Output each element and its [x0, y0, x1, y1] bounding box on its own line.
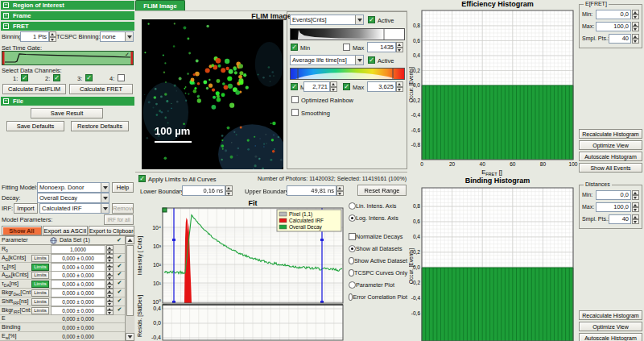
- chevron-down-icon[interactable]: [101, 204, 109, 213]
- decay-select[interactable]: Overall Decay: [37, 193, 109, 203]
- limits-button[interactable]: Limits: [31, 281, 49, 288]
- radio-button[interactable]: [349, 245, 356, 252]
- fitting-model-select[interactable]: Monoexp. Donor: [37, 182, 109, 193]
- chevron-down-icon[interactable]: [355, 15, 363, 24]
- radio-button[interactable]: [349, 281, 356, 289]
- row-check-icon[interactable]: ✔: [115, 280, 124, 286]
- row-check-icon[interactable]: ✔: [115, 263, 124, 269]
- row-check-icon[interactable]: ✔: [115, 271, 124, 277]
- intensity-channel-select[interactable]: Events[Cnts]: [290, 15, 364, 25]
- group-field-input[interactable]: 40: [609, 214, 631, 224]
- calculate-fastflim-button[interactable]: Calculate FastFLIM: [2, 84, 66, 94]
- section-header-frame[interactable]: −Frame: [1, 11, 134, 20]
- lower-boundary-input[interactable]: 0,16 ns: [182, 185, 225, 196]
- calculate-fret-button[interactable]: Calculate FRET: [69, 84, 133, 94]
- optimized-rainbow-checkbox[interactable]: [291, 96, 299, 103]
- irf-import-button[interactable]: Import: [14, 203, 38, 214]
- limits-button[interactable]: Limits: [31, 289, 49, 297]
- apply-limits-checkbox[interactable]: ✓: [138, 175, 146, 182]
- radio-button[interactable]: [349, 257, 354, 264]
- group-field-spinner[interactable]: [632, 190, 639, 200]
- group-field-spinner[interactable]: [632, 10, 639, 19]
- group-field-input[interactable]: 0,0: [596, 190, 631, 200]
- flim-image-view[interactable]: [142, 19, 283, 169]
- channel-checkbox[interactable]: [118, 74, 125, 81]
- group-field-input[interactable]: 0,0: [596, 10, 631, 19]
- parameter-value[interactable]: 0,000 ± 0,000: [51, 280, 105, 289]
- collapse-icon[interactable]: −: [3, 13, 9, 19]
- parameter-value[interactable]: 0,000 ± 0,000: [51, 306, 105, 315]
- histogram-action-button[interactable]: Recalculate Histogram: [579, 129, 642, 139]
- section-header-file[interactable]: −File: [1, 97, 134, 106]
- scroll-down-button[interactable]: [126, 333, 134, 341]
- channel-checkbox[interactable]: ✓: [21, 74, 28, 81]
- chevron-down-icon[interactable]: [101, 183, 109, 192]
- parameter-spinner[interactable]: [106, 289, 114, 297]
- export-clipboard-button[interactable]: Export to Clipboard: [89, 226, 134, 235]
- lifetime-active-checkbox[interactable]: ✓: [368, 56, 375, 64]
- lower-boundary-spinner[interactable]: [225, 185, 233, 196]
- export-ascii-button[interactable]: Export as ASCII: [43, 226, 88, 235]
- irf-select[interactable]: Calculated IRF: [39, 203, 109, 214]
- save-defaults-button[interactable]: Save Defaults: [6, 121, 64, 131]
- parameter-spinner[interactable]: [106, 245, 114, 254]
- collapse-icon[interactable]: −: [3, 98, 9, 104]
- table-scrollbar[interactable]: [125, 236, 134, 341]
- parameter-value[interactable]: 1,0000: [51, 245, 105, 254]
- lifetime-max-spinner[interactable]: [396, 81, 403, 92]
- parameter-value[interactable]: 0,000 ± 0,000: [51, 263, 105, 272]
- group-field-spinner[interactable]: [632, 202, 639, 212]
- limits-button[interactable]: Limits: [31, 264, 49, 271]
- parameter-value[interactable]: 0,000 ± 0,000: [51, 297, 105, 306]
- collapse-icon[interactable]: −: [3, 2, 9, 8]
- row-check-icon[interactable]: ✔: [115, 254, 124, 260]
- lifetime-max-input[interactable]: 3,625: [367, 81, 396, 92]
- limits-button[interactable]: Limits: [31, 307, 49, 314]
- histogram-action-button[interactable]: Autoscale Histogram: [579, 152, 642, 161]
- parameter-spinner[interactable]: [106, 280, 114, 289]
- lifetime-min-checkbox[interactable]: ✓: [291, 83, 298, 90]
- intensity-min-checkbox[interactable]: ✓: [291, 44, 298, 51]
- smoothing-checkbox[interactable]: [291, 109, 299, 116]
- scroll-up-button[interactable]: [126, 236, 134, 244]
- chevron-down-icon[interactable]: [125, 32, 133, 41]
- parameter-spinner[interactable]: [106, 306, 114, 315]
- radio-button[interactable]: [349, 202, 356, 210]
- intensity-max-input[interactable]: 1435: [367, 42, 396, 52]
- restore-defaults-button[interactable]: Restore Defaults: [71, 121, 129, 131]
- row-check-icon[interactable]: ✔: [115, 289, 124, 295]
- radio-button[interactable]: [349, 269, 354, 277]
- lifetime-min-input[interactable]: 2,721: [303, 81, 330, 92]
- parameter-value[interactable]: 0,000 ± 0,000: [51, 254, 105, 263]
- intensity-colormap-bar[interactable]: [290, 28, 405, 40]
- chevron-down-icon[interactable]: [101, 193, 109, 202]
- lifetime-max-checkbox[interactable]: ✓: [343, 83, 350, 90]
- limits-button[interactable]: Limits: [31, 272, 49, 279]
- row-check-icon[interactable]: ✔: [115, 297, 124, 304]
- help-button[interactable]: Help: [112, 182, 134, 193]
- collapse-icon[interactable]: −: [3, 23, 9, 29]
- group-field-input[interactable]: 100,0: [596, 22, 631, 31]
- tab-flim-image[interactable]: FLIM Image: [135, 0, 185, 10]
- chevron-down-icon[interactable]: [355, 56, 363, 64]
- time-gate-plot[interactable]: ✓: [2, 51, 134, 65]
- lifetime-min-spinner[interactable]: [330, 81, 337, 92]
- column-header-dataset[interactable]: Data Set (1): [60, 237, 90, 243]
- group-field-spinner[interactable]: [632, 22, 639, 31]
- intensity-active-checkbox[interactable]: ✓: [368, 16, 375, 23]
- checkbox[interactable]: [349, 233, 356, 240]
- row-check-icon[interactable]: ✔: [115, 306, 124, 313]
- group-field-spinner[interactable]: [632, 34, 639, 44]
- binning-spinner[interactable]: [49, 31, 56, 42]
- lifetime-channel-select[interactable]: Average life time[ns]: [290, 55, 364, 65]
- section-header-roi[interactable]: −Region of Interest: [1, 1, 134, 10]
- channel-checkbox[interactable]: ✓: [85, 74, 93, 81]
- histogram-action-button[interactable]: Autoscale Histogram: [579, 333, 642, 341]
- limits-button[interactable]: Limits: [31, 255, 49, 262]
- histogram-action-button[interactable]: Recalculate Histogram: [579, 310, 642, 320]
- tcspc-binning-select[interactable]: none: [100, 31, 134, 42]
- histogram-action-button[interactable]: Optimize View: [579, 322, 642, 331]
- intensity-max-spinner[interactable]: [396, 42, 403, 52]
- histogram-action-button[interactable]: Optimize View: [579, 140, 642, 150]
- upper-boundary-spinner[interactable]: [336, 185, 344, 196]
